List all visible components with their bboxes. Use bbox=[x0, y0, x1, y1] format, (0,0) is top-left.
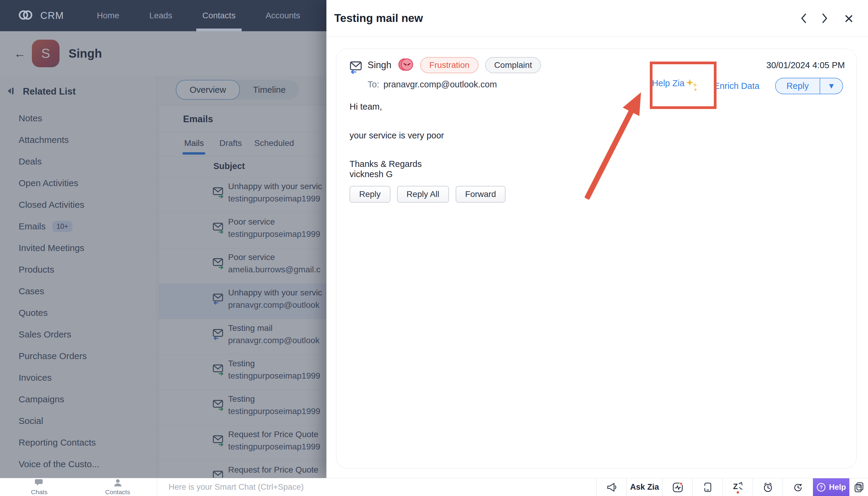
email-body-line: Hi team, bbox=[349, 102, 382, 112]
zia-insights-button[interactable] bbox=[662, 478, 692, 496]
zia-voice-button[interactable]: Z bbox=[722, 478, 752, 496]
annotation-arrow bbox=[574, 82, 652, 208]
history-clock-icon bbox=[792, 481, 804, 493]
tag-complaint[interactable]: Complaint bbox=[485, 57, 541, 73]
zoho-logo-icon bbox=[17, 9, 34, 23]
nav-item-leads[interactable]: Leads bbox=[148, 0, 174, 31]
recipient-row: To: pranavgr.comp@outlook.com bbox=[368, 80, 497, 90]
pulse-chart-icon bbox=[672, 481, 684, 493]
help-button[interactable]: ? Help bbox=[813, 478, 849, 496]
copy-docs-button[interactable] bbox=[849, 478, 868, 496]
received-mail-icon bbox=[349, 59, 363, 75]
nav-item-contacts[interactable]: Contacts bbox=[200, 0, 237, 31]
email-timestamp: 30/01/2024 4:05 PM bbox=[766, 60, 845, 70]
next-record-icon[interactable] bbox=[821, 12, 828, 24]
bottom-bar: Chats Contacts Here is your Smart Chat (… bbox=[0, 478, 868, 496]
chats-dock-item[interactable]: Chats bbox=[0, 478, 78, 496]
help-label: Help bbox=[829, 482, 846, 492]
to-address: pranavgr.comp@outlook.com bbox=[384, 80, 497, 90]
reminders-button[interactable] bbox=[752, 478, 783, 496]
reply-split-button: Reply ▼ bbox=[775, 78, 843, 94]
megaphone-icon bbox=[606, 482, 617, 493]
svg-text:Z: Z bbox=[733, 482, 738, 491]
email-body-line: Thanks & Regards bbox=[349, 159, 422, 169]
clipboard-copy-icon bbox=[853, 482, 864, 493]
nav-item-accounts[interactable]: Accounts bbox=[264, 0, 302, 31]
reply-action-button[interactable]: Reply bbox=[349, 186, 390, 203]
email-body-line: vicknesh G bbox=[349, 169, 392, 179]
alarm-clock-icon bbox=[762, 481, 774, 493]
previous-record-icon[interactable] bbox=[800, 12, 807, 24]
svg-text:?: ? bbox=[820, 485, 823, 490]
smart-chat-input[interactable]: Here is your Smart Chat (Ctrl+Space) bbox=[169, 478, 303, 496]
contacts-dock-item[interactable]: Contacts bbox=[78, 478, 157, 496]
angry-sentiment-icon bbox=[398, 57, 414, 73]
email-actions: Reply Reply All Forward bbox=[349, 186, 506, 203]
email-preview-modal: Testing mail new × Singh bbox=[326, 0, 868, 478]
person-icon bbox=[114, 479, 122, 488]
modal-header-controls: × bbox=[800, 10, 854, 27]
forward-action-button[interactable]: Forward bbox=[455, 186, 506, 203]
reply-all-action-button[interactable]: Reply All bbox=[397, 186, 449, 203]
tag-frustration[interactable]: Frustration bbox=[420, 57, 478, 73]
annotation-highlight-box bbox=[650, 62, 717, 109]
modal-backdrop[interactable] bbox=[0, 31, 326, 478]
enrich-data-link[interactable]: Enrich Data bbox=[714, 81, 760, 91]
reply-button[interactable]: Reply bbox=[776, 78, 820, 94]
mobile-app-button[interactable] bbox=[692, 478, 722, 496]
chats-label: Chats bbox=[31, 489, 47, 496]
chat-bubble-icon bbox=[35, 479, 44, 488]
close-icon[interactable]: × bbox=[844, 10, 854, 27]
modal-title: Testing mail new bbox=[334, 12, 423, 25]
question-mark-icon: ? bbox=[816, 482, 826, 492]
brand-label: CRM bbox=[40, 10, 64, 21]
zia-voice-icon: Z bbox=[731, 481, 745, 494]
recent-history-button[interactable] bbox=[783, 478, 813, 496]
nav-item-home[interactable]: Home bbox=[95, 0, 121, 31]
contacts-label: Contacts bbox=[105, 489, 130, 496]
mobile-device-icon bbox=[702, 481, 714, 493]
reply-dropdown-icon[interactable]: ▼ bbox=[820, 78, 842, 94]
utility-bar: Ask Zia Z bbox=[596, 478, 868, 496]
sender-row: Singh Frustration Complaint bbox=[368, 57, 541, 74]
email-card: Singh Frustration Complaint 30/01/2024 4… bbox=[336, 49, 856, 468]
brand[interactable]: CRM bbox=[17, 9, 64, 23]
zoho-crm-screen: CRM Home Leads Contacts Accounts Deals T… bbox=[0, 0, 868, 496]
to-label: To: bbox=[368, 80, 379, 90]
ask-zia-button[interactable]: Ask Zia bbox=[626, 478, 662, 496]
modal-header: Testing mail new × bbox=[326, 0, 868, 37]
chat-dock: Chats Contacts bbox=[0, 478, 157, 496]
email-body-line: your service is very poor bbox=[349, 130, 444, 140]
sender-name: Singh bbox=[368, 60, 391, 71]
announcements-button[interactable] bbox=[596, 478, 626, 496]
